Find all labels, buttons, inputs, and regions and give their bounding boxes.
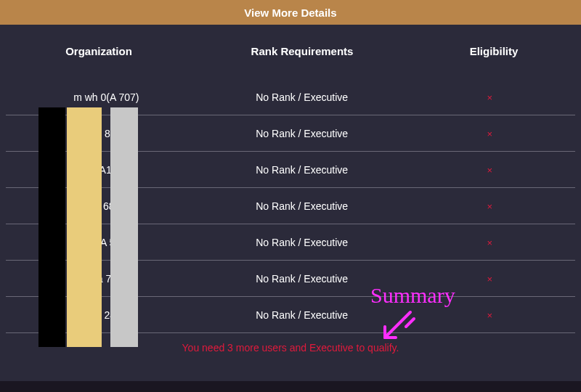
ineligible-icon: × (487, 310, 493, 321)
annotation-label: Summary (370, 283, 455, 308)
cell-organization: to 68 ) (6, 200, 200, 212)
cell-rank: No Rank / Executive (200, 128, 405, 139)
cell-rank: No Rank / Executive (200, 237, 405, 248)
cell-organization: ola 72 ) (6, 273, 200, 285)
ineligible-icon: × (487, 92, 493, 103)
header-organization: Organization (0, 45, 198, 57)
cell-organization: 19 (A 524) (6, 237, 200, 248)
cell-eligibility: × (405, 91, 575, 103)
cell-organization: lu A1 2) (6, 164, 200, 176)
redaction-block (67, 107, 102, 347)
ineligible-icon: × (487, 201, 493, 212)
cell-eligibility: × (405, 164, 575, 176)
view-more-banner[interactable]: View More Details (0, 0, 581, 25)
cell-eligibility: × (405, 200, 575, 212)
ineligible-icon: × (487, 128, 493, 139)
header-eligibility: Eligibility (407, 45, 581, 57)
cell-rank: No Rank / Executive (200, 91, 405, 103)
cell-eligibility: × (405, 128, 575, 139)
table-header-row: Organization Rank Requirements Eligibili… (0, 25, 581, 79)
cell-rank: No Rank / Executive (200, 200, 405, 212)
cell-organization: m wh 0(A 707) (6, 91, 200, 103)
ineligible-icon: × (487, 165, 493, 176)
header-rank: Rank Requirements (198, 45, 407, 57)
footer-strip (0, 381, 581, 392)
cell-rank: No Rank / Executive (200, 164, 405, 176)
cell-organization: sa 24 ) (6, 309, 200, 321)
cell-eligibility: × (405, 309, 575, 321)
redaction-block (38, 107, 65, 347)
cell-organization: en 81 ) (6, 128, 200, 139)
ineligible-icon: × (487, 237, 493, 248)
cell-eligibility: × (405, 237, 575, 248)
redaction-block (110, 107, 138, 347)
banner-title: View More Details (244, 7, 336, 19)
ineligible-icon: × (487, 274, 493, 285)
cell-rank: No Rank / Executive (200, 309, 405, 321)
